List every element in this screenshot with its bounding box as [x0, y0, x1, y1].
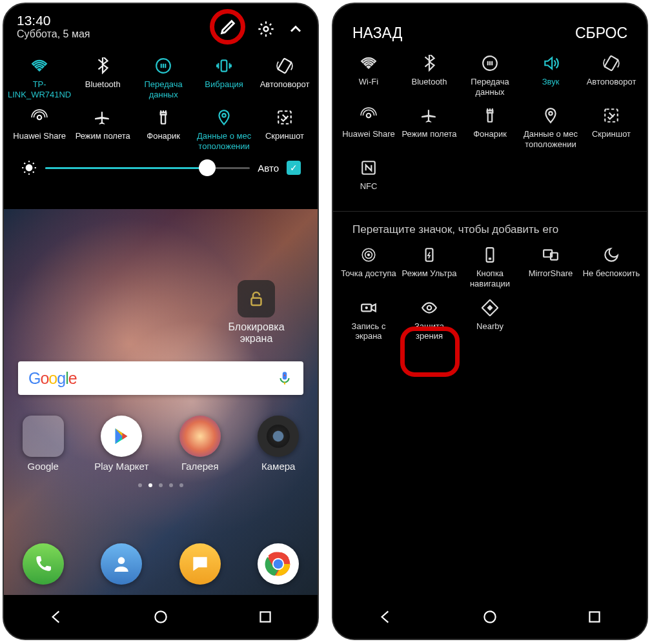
screenshot-icon [276, 109, 293, 126]
hotspot-icon [360, 247, 377, 263]
airplane-icon [421, 107, 438, 124]
lock-icon [247, 289, 266, 308]
google-logo: Google [28, 369, 77, 388]
qs-tile-nearby[interactable]: Nearby [461, 298, 519, 341]
qs-tile-ultra[interactable]: Режим Ультра [400, 245, 458, 288]
rotate-icon [603, 55, 620, 72]
phone-left: 13:40 Суббота, 5 мая TP-LINK_WR741NDBlue… [3, 3, 319, 640]
qs-tile-record[interactable]: Запись с экрана [340, 298, 398, 341]
qs-tile-sound[interactable]: Звук [522, 54, 580, 97]
back-button[interactable]: НАЗАД [352, 25, 402, 42]
brightness-icon [21, 159, 37, 176]
dock-contacts[interactable] [83, 543, 161, 589]
app-camera[interactable]: Камера [239, 416, 318, 472]
nav-recent[interactable] [586, 609, 603, 625]
dnd-icon [603, 247, 620, 263]
app-google-folder[interactable]: Google [4, 416, 83, 472]
app-play-store[interactable]: Play Маркет [83, 416, 161, 472]
status-bar: 13:40 Суббота, 5 мая [4, 4, 318, 48]
status-time: 13:40 [17, 13, 90, 28]
qs-tile-bluetooth[interactable]: Bluetooth [400, 54, 458, 97]
data-icon [155, 57, 172, 74]
sound-icon [542, 55, 559, 72]
svg-point-31 [274, 559, 283, 569]
qs-tile-location[interactable]: Данные о мес тоположении [195, 106, 253, 152]
location-icon [216, 109, 232, 126]
wifi-icon [31, 57, 48, 74]
vibrate-icon [216, 57, 232, 74]
screenshot-icon [603, 107, 620, 124]
dock-messages[interactable] [161, 543, 239, 589]
app-row: Google Play Маркет Галерея Камера [4, 416, 318, 472]
bluetooth-icon [94, 57, 111, 74]
qs-tile-rotate[interactable]: Автоповорот [256, 55, 314, 100]
nav-bar-right [333, 595, 647, 639]
qs-tile-location[interactable]: Данные о мес тоположении [522, 106, 580, 149]
highlight-edit-icon [210, 9, 245, 45]
slider-track[interactable] [45, 167, 250, 169]
dock [4, 543, 318, 589]
qs-tile-wifi[interactable]: Wi-Fi [340, 54, 398, 97]
qs-tile-screenshot[interactable]: Скриншот [256, 106, 314, 152]
qs-tile-airplane[interactable]: Режим полета [74, 106, 132, 152]
qs-tile-share[interactable]: Huawei Share [340, 106, 398, 149]
eye-icon [421, 299, 438, 316]
qs-tile-nfc[interactable]: NFC [340, 158, 398, 199]
qs-tile-airplane[interactable]: Режим полета [400, 106, 458, 149]
wallpaper: Блокировка экрана Google Google Play Мар… [4, 209, 318, 595]
auto-brightness-checkbox[interactable]: ✓ [287, 161, 301, 175]
qs-tile-hotspot[interactable]: Точка доступа [340, 245, 398, 288]
nav-back[interactable] [48, 609, 65, 625]
nav-back[interactable] [377, 609, 394, 625]
qs-tile-screenshot[interactable]: Скриншот [582, 106, 640, 149]
location-icon [542, 107, 559, 124]
navbutton-icon [482, 247, 498, 263]
qs-tile-torch[interactable]: Фонарик [134, 106, 192, 152]
qs-tile-data[interactable]: Передача данных [134, 55, 192, 100]
slider-thumb[interactable] [199, 159, 216, 176]
qs-tile-navbutton[interactable]: Кнопка навигации [461, 245, 519, 288]
svg-point-28 [118, 557, 125, 564]
mic-icon[interactable] [276, 370, 293, 387]
app-gallery[interactable]: Галерея [161, 416, 239, 472]
record-icon [360, 299, 377, 316]
auto-brightness-label: Авто [258, 163, 279, 174]
drag-hint: Перетащите значок, чтобы добавить его [333, 211, 647, 245]
qs-tile-mirror[interactable]: MirrorShare [522, 245, 580, 288]
qs-tile-share[interactable]: Huawei Share [8, 106, 71, 152]
collapse-icon[interactable] [287, 20, 305, 38]
qs-tile-vibrate[interactable]: Вибрация [195, 55, 253, 100]
dock-chrome[interactable] [239, 543, 318, 589]
qs-tile-data[interactable]: Передача данных [461, 54, 519, 97]
nav-recent[interactable] [257, 609, 274, 625]
reset-button[interactable]: СБРОС [575, 25, 627, 42]
qs-tile-wifi[interactable]: TP-LINK_WR741ND [8, 55, 71, 100]
share-icon [31, 109, 48, 126]
page-indicator [4, 483, 318, 487]
qs-tile-eye[interactable]: Защита зрения [400, 298, 458, 341]
status-date: Суббота, 5 мая [17, 28, 90, 40]
google-search-bar[interactable]: Google [18, 361, 303, 395]
lock-label: Блокировка экрана [224, 321, 289, 345]
airplane-icon [94, 109, 111, 126]
dock-phone[interactable] [4, 543, 83, 589]
edit-icon[interactable] [219, 18, 237, 36]
qs-tile-torch[interactable]: Фонарик [461, 106, 519, 149]
lock-widget[interactable]: Блокировка экрана [224, 280, 289, 345]
qs-tile-rotate[interactable]: Автоповорот [582, 54, 640, 97]
torch-icon [155, 109, 172, 126]
qs-tile-bluetooth[interactable]: Bluetooth [74, 55, 132, 100]
nav-home[interactable] [152, 609, 169, 625]
settings-icon[interactable] [257, 20, 275, 38]
qs-tile-dnd[interactable]: Не беспокоить [582, 245, 640, 288]
nav-home[interactable] [482, 609, 498, 625]
nfc-icon [360, 159, 377, 176]
nearby-icon [482, 299, 498, 316]
bluetooth-icon [421, 55, 438, 72]
nav-bar [4, 595, 318, 639]
brightness-slider[interactable]: Авто ✓ [8, 152, 314, 181]
rotate-icon [276, 57, 293, 74]
data-icon [482, 55, 498, 72]
share-icon [360, 107, 377, 124]
torch-icon [482, 107, 498, 124]
